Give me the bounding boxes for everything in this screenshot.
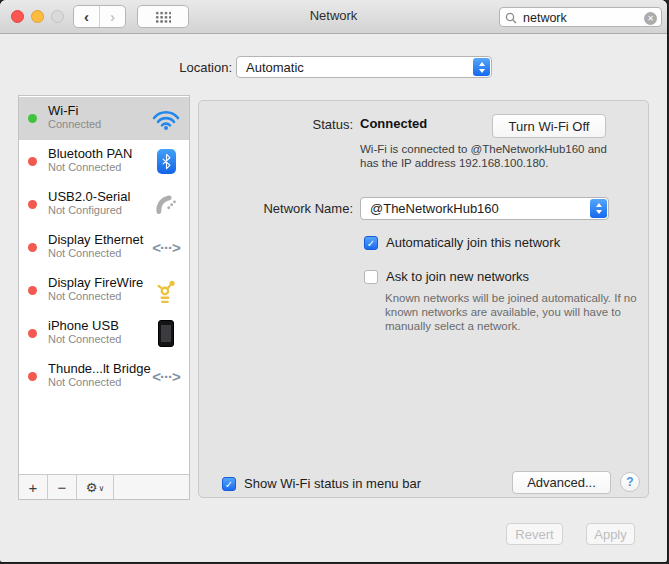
sidebar-item-display-ethernet[interactable]: Display Ethernet Not Connected <···>: [19, 226, 189, 269]
status-value: Connected: [360, 116, 427, 131]
popup-stepper-icon: [590, 199, 607, 218]
service-status: Not Connected: [48, 333, 121, 346]
remove-service-button[interactable]: −: [48, 475, 77, 499]
show-wifi-status-label: Show Wi-Fi status in menu bar: [244, 476, 421, 491]
sidebar-item-usb-serial[interactable]: USB2.0-Serial Not Configured: [19, 183, 189, 226]
sidebar-item-thunderbolt-bridge[interactable]: Thunde...lt Bridge Not Connected <···>: [19, 355, 189, 398]
status-description: Wi-Fi is connected to @TheNetworkHub160 …: [360, 142, 622, 170]
service-status: Connected: [48, 118, 101, 131]
zoom-window-button[interactable]: [51, 10, 64, 23]
chevron-down-icon: ∨: [98, 484, 104, 493]
sidebar-item-bluetooth-pan[interactable]: Bluetooth PAN Not Connected: [19, 140, 189, 183]
network-name-popup[interactable]: @TheNetworkHub160: [360, 197, 609, 220]
service-status: Not Connected: [48, 376, 151, 389]
network-name-value: @TheNetworkHub160: [370, 200, 499, 217]
services-sidebar: Wi-Fi Connected Bluetooth PAN Not Connec…: [18, 95, 190, 500]
service-name: USB2.0-Serial: [48, 189, 130, 204]
service-actions-button[interactable]: ⚙ ∨: [77, 475, 114, 499]
ethernet-icon: <···>: [150, 232, 182, 264]
grid-icon: [155, 11, 171, 23]
search-input[interactable]: [521, 9, 639, 27]
service-status: Not Connected: [48, 247, 143, 260]
service-status: Not Connected: [48, 161, 132, 174]
status-dot-red: [28, 200, 37, 209]
service-name: Display FireWire: [48, 275, 143, 290]
sidebar-item-iphone-usb[interactable]: iPhone USB Not Connected: [19, 312, 189, 355]
forward-button[interactable]: ›: [100, 6, 125, 27]
auto-join-label: Automatically join this network: [386, 235, 560, 250]
status-dot-red: [28, 243, 37, 252]
service-name: Display Ethernet: [48, 232, 143, 247]
show-all-button[interactable]: [137, 5, 189, 28]
history-nav-control: ‹ ›: [73, 5, 126, 28]
window-title: Network: [310, 8, 358, 23]
status-dot-red: [28, 329, 37, 338]
screen: ‹ › Network ✕ Location: Automatic Wi-Fi …: [0, 0, 669, 564]
minimize-window-button[interactable]: [31, 10, 44, 23]
sidebar-item-wifi[interactable]: Wi-Fi Connected: [19, 97, 189, 140]
ask-join-checkbox[interactable]: [364, 270, 378, 284]
service-status: Not Connected: [48, 290, 143, 303]
location-popup[interactable]: Automatic: [236, 56, 492, 78]
turn-wifi-off-button[interactable]: Turn Wi-Fi Off: [492, 114, 606, 138]
network-name-label: Network Name:: [199, 201, 353, 216]
popup-stepper-icon: [473, 58, 490, 76]
auto-join-checkbox[interactable]: ✓: [364, 236, 378, 250]
add-service-button[interactable]: +: [19, 475, 48, 499]
serial-phone-icon: [150, 189, 182, 221]
help-button[interactable]: ?: [620, 472, 640, 492]
advanced-button[interactable]: Advanced...: [512, 471, 611, 494]
status-dot-red: [28, 157, 37, 166]
gear-icon: ⚙: [86, 480, 98, 495]
service-name: Thunde...lt Bridge: [48, 361, 151, 376]
ask-join-help-text: Known networks will be joined automatica…: [385, 291, 649, 333]
status-label: Status:: [199, 117, 353, 132]
apply-button[interactable]: Apply: [586, 523, 635, 545]
bluetooth-icon: [150, 146, 182, 178]
close-window-button[interactable]: [11, 10, 24, 23]
ask-join-label: Ask to join new networks: [386, 269, 529, 284]
revert-button[interactable]: Revert: [506, 523, 563, 545]
check-icon: ✓: [367, 238, 375, 249]
service-status: Not Configured: [48, 204, 130, 217]
status-dot-red: [28, 372, 37, 381]
iphone-icon: [150, 318, 182, 350]
show-wifi-status-checkbox[interactable]: ✓: [222, 477, 236, 491]
location-label: Location:: [158, 60, 232, 75]
check-icon: ✓: [225, 479, 233, 490]
wifi-icon: [150, 103, 182, 135]
firewire-icon: [150, 275, 182, 307]
network-preferences-window: ‹ › Network ✕ Location: Automatic Wi-Fi …: [0, 0, 667, 562]
service-name: Wi-Fi: [48, 103, 101, 118]
status-dot-green: [28, 114, 37, 123]
back-button[interactable]: ‹: [74, 6, 100, 27]
search-icon: [505, 12, 517, 24]
sidebar-footer: + − ⚙ ∨: [19, 474, 189, 499]
clear-search-icon[interactable]: ✕: [644, 12, 657, 25]
search-field[interactable]: ✕: [499, 7, 662, 27]
title-bar: ‹ › Network ✕: [0, 0, 667, 34]
sidebar-item-display-firewire[interactable]: Display FireWire Not Connected: [19, 269, 189, 312]
status-dot-red: [28, 286, 37, 295]
service-name: Bluetooth PAN: [48, 146, 132, 161]
wifi-detail-panel: Status: Connected Turn Wi-Fi Off Wi-Fi i…: [198, 100, 649, 498]
ethernet-icon: <···>: [150, 361, 182, 393]
service-name: iPhone USB: [48, 318, 121, 333]
location-value: Automatic: [246, 59, 304, 76]
